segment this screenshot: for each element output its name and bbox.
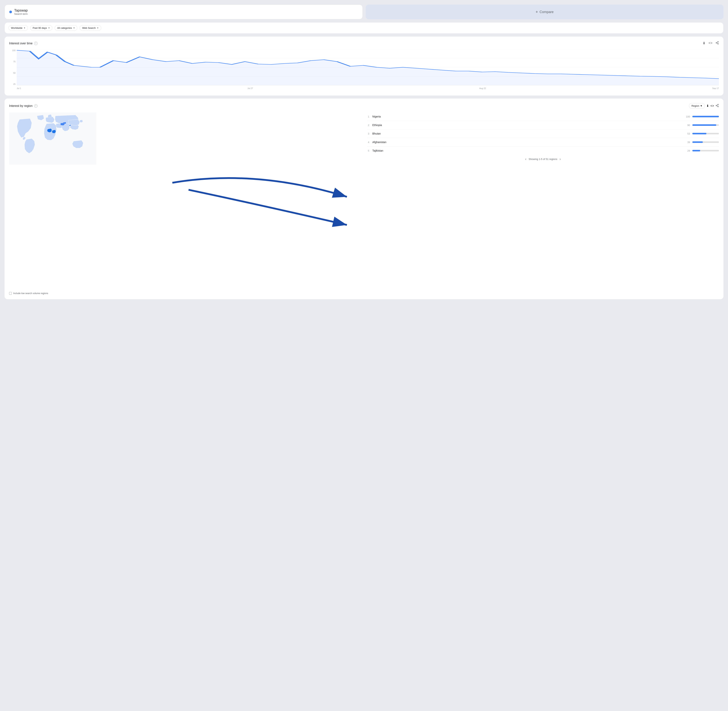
share-icon[interactable]	[716, 41, 719, 46]
chart-x-axis: Jul 1 Jul 27 Aug 22 Sep 17	[17, 86, 719, 91]
interest-over-time-actions: ⬇ <>	[703, 41, 719, 46]
region-table: 1 Nigeria 100 2 Ethiopia 90 3 Bhutan 53 …	[367, 112, 719, 155]
include-low-label: Include low search volume regions	[13, 292, 48, 295]
region-embed-icon[interactable]: <>	[710, 104, 714, 108]
y-label-25: 25	[13, 83, 16, 85]
region-rank: 1	[367, 115, 370, 118]
region-bar-fill	[693, 116, 719, 117]
region-score: 100	[683, 115, 690, 118]
svg-line-15	[717, 105, 718, 105]
search-type-filter[interactable]: Web Search ▼	[80, 25, 101, 31]
table-row[interactable]: 3 Bhutan 53	[367, 130, 719, 138]
period-filter-label: Past 90 days	[32, 27, 47, 30]
region-bar	[693, 150, 719, 151]
search-term-title: Tapswap	[14, 9, 28, 12]
period-filter[interactable]: Past 90 days ▼	[30, 25, 52, 31]
region-bar-fill	[693, 124, 716, 126]
interest-over-time-header: Interest over time ? ⬇ <>	[9, 41, 719, 46]
region-name: Afghanistan	[372, 141, 681, 144]
x-label-sep17: Sep 17	[712, 87, 719, 90]
region-dropdown-label: Region	[691, 105, 699, 107]
interest-by-region-header: Interest by region ? Region ▼ ⬇ <>	[9, 103, 719, 109]
region-share-icon[interactable]	[716, 104, 719, 108]
region-bar	[693, 124, 719, 126]
svg-line-4	[717, 42, 718, 43]
compare-label: Compare	[539, 10, 554, 14]
region-name: Nigeria	[372, 115, 681, 118]
compare-card[interactable]: + Compare	[366, 4, 724, 19]
arrow-annotation-svg	[9, 162, 361, 288]
region-rank: 3	[367, 132, 370, 135]
search-term-dot	[9, 10, 12, 13]
region-layout: Include low search volume regions 1 Nige…	[9, 112, 719, 295]
pagination-next[interactable]: ›	[560, 157, 561, 161]
y-label-50: 50	[13, 72, 16, 74]
region-score: 39	[683, 141, 690, 144]
include-low-checkbox[interactable]	[9, 292, 12, 295]
search-type-chevron-icon: ▼	[97, 27, 99, 29]
embed-icon[interactable]: <>	[709, 41, 712, 46]
region-score: 53	[683, 132, 690, 135]
y-label-75: 75	[13, 60, 16, 63]
x-label-jul27: Jul 27	[247, 87, 253, 90]
region-rank: 5	[367, 149, 370, 152]
interest-by-region-title-group: Interest by region ?	[9, 104, 37, 108]
pagination-prev[interactable]: ‹	[525, 157, 526, 161]
chart-y-axis: 100 75 50 25	[9, 49, 17, 85]
interest-over-time-title: Interest over time	[9, 42, 32, 45]
svg-line-3	[717, 43, 718, 44]
region-rank: 2	[367, 124, 370, 127]
interest-by-region-card: Interest by region ? Region ▼ ⬇ <>	[4, 99, 724, 299]
region-table-container: 1 Nigeria 100 2 Ethiopia 90 3 Bhutan 53 …	[367, 112, 719, 295]
region-name: Tajikistan	[372, 149, 681, 152]
map-side: Include low search volume regions	[9, 112, 361, 295]
region-name: Bhutan	[372, 132, 681, 135]
x-label-jul1: Jul 1	[17, 87, 21, 90]
table-row[interactable]: 5 Tajikistan 29	[367, 146, 719, 155]
table-row[interactable]: 4 Afghanistan 39	[367, 138, 719, 146]
location-filter-label: Worldwide	[11, 27, 22, 30]
interest-over-time-title-group: Interest over time ?	[9, 42, 37, 45]
region-score: 90	[683, 124, 690, 127]
download-icon[interactable]: ⬇	[703, 41, 706, 46]
search-term-subtitle: Search term	[14, 12, 28, 15]
region-bar-fill	[693, 142, 703, 143]
world-map-svg	[9, 112, 96, 165]
search-term-info: Tapswap Search term	[14, 9, 28, 15]
interest-over-time-help-icon[interactable]: ?	[34, 42, 37, 45]
region-bar	[693, 133, 719, 134]
region-name: Ethiopia	[372, 124, 681, 127]
pagination-text: Showing 1-5 of 51 regions	[529, 158, 557, 161]
region-dropdown-chevron: ▼	[700, 105, 702, 107]
compare-plus-icon: +	[536, 9, 538, 15]
chart-svg-area	[17, 49, 719, 85]
interest-chart: 100 75 50 25 Jul 1 Jul 27 Aug 22 S	[9, 49, 719, 91]
category-filter[interactable]: All categories ▼	[55, 25, 77, 31]
svg-line-14	[717, 106, 718, 106]
period-chevron-icon: ▼	[48, 27, 50, 29]
category-filter-label: All categories	[57, 27, 72, 30]
search-type-filter-label: Web Search	[82, 27, 96, 30]
interest-by-region-title: Interest by region	[9, 104, 32, 108]
location-filter[interactable]: Worldwide ▼	[9, 25, 28, 31]
region-dropdown[interactable]: Region ▼	[689, 103, 705, 109]
region-download-icon[interactable]: ⬇	[706, 104, 709, 108]
category-chevron-icon: ▼	[73, 27, 75, 29]
region-controls: Region ▼ ⬇ <>	[689, 103, 719, 109]
region-bar-fill	[693, 150, 700, 151]
pagination: ‹ Showing 1-5 of 51 regions ›	[367, 157, 719, 161]
y-label-100: 100	[12, 49, 16, 52]
region-bar	[693, 142, 719, 143]
table-row[interactable]: 1 Nigeria 100	[367, 112, 719, 121]
region-bar	[693, 116, 719, 117]
interest-by-region-help-icon[interactable]: ?	[34, 104, 37, 108]
svg-marker-10	[17, 50, 719, 85]
location-chevron-icon: ▼	[24, 27, 25, 29]
region-score: 29	[683, 149, 690, 152]
table-row[interactable]: 2 Ethiopia 90	[367, 121, 719, 130]
include-low-row: Include low search volume regions	[9, 292, 361, 295]
filters-bar: Worldwide ▼ Past 90 days ▼ All categorie…	[4, 22, 724, 34]
interest-over-time-card: Interest over time ? ⬇ <> 100 75 50 25	[4, 37, 724, 96]
search-term-card: Tapswap Search term	[4, 4, 363, 19]
region-bar-fill	[693, 133, 706, 134]
